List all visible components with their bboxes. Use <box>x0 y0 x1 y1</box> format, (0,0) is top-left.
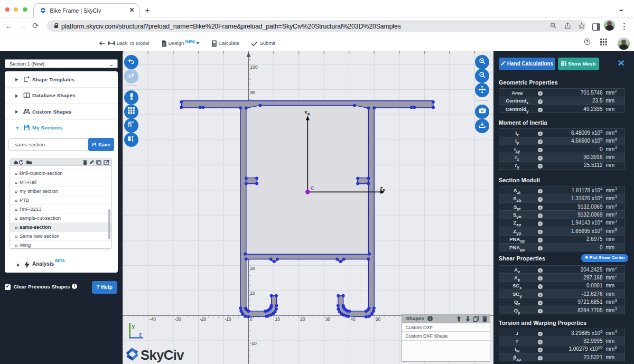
svg-text:100: 100 <box>250 64 258 70</box>
svg-text:-20: -20 <box>200 316 207 322</box>
svg-text:C: C <box>311 185 314 191</box>
svg-text:40: 40 <box>350 316 356 322</box>
svg-text:y: y <box>132 323 135 329</box>
svg-text:90: 90 <box>250 90 256 95</box>
svg-text:50: 50 <box>376 316 381 322</box>
svg-text:20: 20 <box>250 266 256 271</box>
svg-text:-30: -30 <box>174 316 181 322</box>
svg-text:SkyCiv: SkyCiv <box>141 348 184 362</box>
svg-text:10: 10 <box>275 316 281 322</box>
svg-text:20: 20 <box>300 316 305 322</box>
svg-text:-40: -40 <box>150 316 156 322</box>
svg-text:10: 10 <box>250 291 256 296</box>
svg-text:-10: -10 <box>225 316 231 322</box>
svg-text:30: 30 <box>325 316 331 322</box>
svg-text:-10: -10 <box>250 341 257 346</box>
svg-text:z: z <box>139 332 142 338</box>
